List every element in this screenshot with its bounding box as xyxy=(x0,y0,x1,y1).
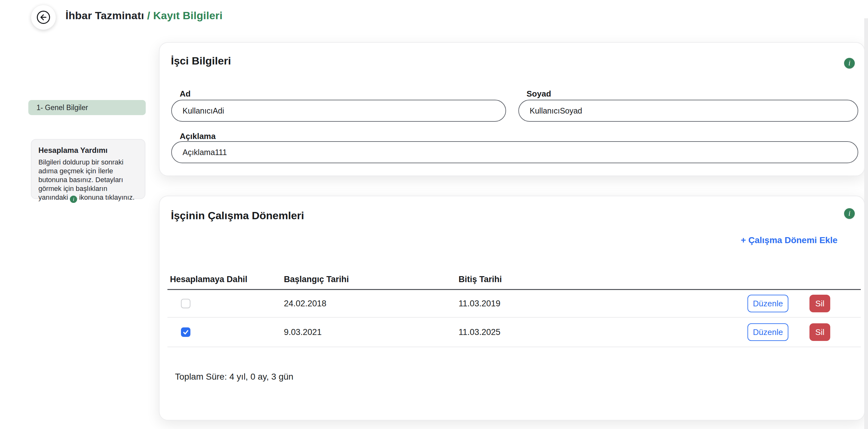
scrollbar[interactable] xyxy=(864,18,868,429)
soyad-input[interactable] xyxy=(518,100,858,122)
table-row: 24.02.2018 11.03.2019 Düzenle Sil xyxy=(167,290,861,318)
sidebar-step-tab-genel-bilgiler[interactable]: 1- Genel Bilgiler xyxy=(28,100,146,115)
column-header-end-date: Bitiş Tarihi xyxy=(459,274,502,284)
edit-button[interactable]: Düzenle xyxy=(747,295,788,312)
aciklama-input[interactable] xyxy=(171,141,858,163)
delete-button[interactable]: Sil xyxy=(809,323,830,341)
table-header-row: Hesaplamaya Dahil Başlangıç Tarihi Bitiş… xyxy=(167,269,861,290)
help-title: Hesaplama Yardımı xyxy=(38,146,138,155)
soyad-label: Soyad xyxy=(527,89,551,99)
ad-label: Ad xyxy=(180,89,191,99)
start-date-cell: 9.03.2021 xyxy=(284,327,322,337)
help-text: Bilgileri doldurup bir sonraki adıma geç… xyxy=(38,158,138,203)
column-header-start-date: Başlangıç Tarihi xyxy=(284,274,349,284)
work-periods-card: İşçinin Çalışma Dönemleri i + Çalışma Dö… xyxy=(159,196,865,421)
worker-card-title: İşci Bilgileri xyxy=(171,55,231,67)
info-icon[interactable]: i xyxy=(844,58,855,69)
periods-card-title: İşçinin Çalışma Dönemleri xyxy=(171,209,304,222)
delete-button[interactable]: Sil xyxy=(809,295,830,312)
end-date-cell: 11.03.2019 xyxy=(459,299,500,308)
edit-button[interactable]: Düzenle xyxy=(747,323,788,341)
total-duration-text: Toplam Süre: 4 yıl, 0 ay, 3 gün xyxy=(175,372,293,382)
start-date-cell: 24.02.2018 xyxy=(284,299,327,308)
included-checkbox[interactable] xyxy=(181,327,190,337)
add-work-period-button[interactable]: + Çalışma Dönemi Ekle xyxy=(741,235,837,245)
check-icon xyxy=(182,329,189,336)
worker-info-card: İşci Bilgileri i Ad Soyad Açıklama xyxy=(159,42,865,176)
info-icon[interactable]: i xyxy=(844,208,855,219)
help-panel: Hesaplama Yardımı Bilgileri doldurup bir… xyxy=(31,139,146,199)
work-periods-table: Hesaplamaya Dahil Başlangıç Tarihi Bitiş… xyxy=(167,269,861,347)
breadcrumb: İhbar Tazminatı / Kayıt Bilgileri xyxy=(65,9,222,22)
table-row: 9.03.2021 11.03.2025 Düzenle Sil xyxy=(167,318,861,347)
ad-input[interactable] xyxy=(171,100,506,122)
arrow-left-circle-icon xyxy=(36,10,51,25)
included-checkbox[interactable] xyxy=(181,299,190,308)
info-icon: i xyxy=(70,196,77,203)
step-tab-label: 1- Genel Bilgiler xyxy=(36,103,88,112)
end-date-cell: 11.03.2025 xyxy=(459,327,500,337)
breadcrumb-current: / Kayıt Bilgileri xyxy=(144,9,222,22)
page-title: İhbar Tazminatı xyxy=(65,9,144,22)
column-header-included: Hesaplamaya Dahil xyxy=(170,274,247,284)
aciklama-label: Açıklama xyxy=(180,131,216,141)
back-button[interactable] xyxy=(31,5,56,30)
